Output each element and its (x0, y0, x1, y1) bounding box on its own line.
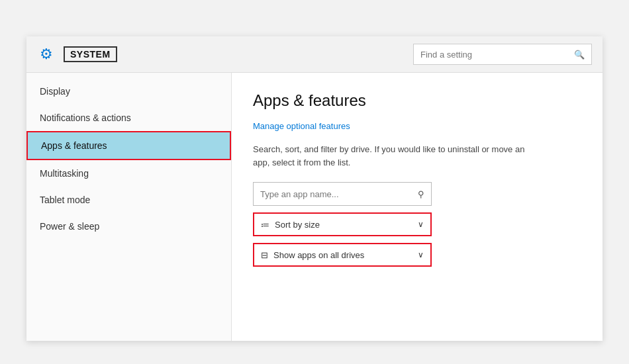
sidebar: Display Notifications & actions Apps & f… (26, 73, 232, 341)
sort-dropdown-left: ≔ Sort by size (261, 220, 320, 230)
sidebar-item-tablet-mode[interactable]: Tablet mode (26, 187, 231, 213)
settings-window: ⚙ SYSTEM 🔍 Display Notifications & actio… (26, 36, 603, 341)
find-setting-search[interactable]: 🔍 (413, 44, 592, 65)
manage-optional-features-link[interactable]: Manage optional features (253, 121, 350, 131)
system-title: SYSTEM (64, 46, 117, 62)
sort-icon: ≔ (261, 220, 269, 230)
drive-label: Show apps on all drives (273, 250, 364, 260)
drive-chevron-icon: ∨ (418, 250, 424, 259)
find-setting-input[interactable] (420, 50, 569, 60)
sidebar-item-notifications[interactable]: Notifications & actions (26, 105, 231, 131)
page-title: Apps & features (253, 91, 581, 110)
drive-dropdown-left: ⊟ Show apps on all drives (261, 250, 364, 260)
header-bar: ⚙ SYSTEM 🔍 (26, 36, 603, 73)
app-search-icon: ⚲ (418, 189, 424, 199)
show-apps-drives-dropdown[interactable]: ⊟ Show apps on all drives ∨ (253, 243, 432, 267)
search-icon: 🔍 (574, 50, 585, 60)
sort-by-size-dropdown[interactable]: ≔ Sort by size ∨ (253, 212, 432, 236)
sidebar-item-multitasking[interactable]: Multitasking (26, 160, 231, 187)
sort-label: Sort by size (275, 220, 320, 230)
sidebar-item-apps-features[interactable]: Apps & features (26, 131, 231, 160)
sort-chevron-icon: ∨ (418, 220, 424, 229)
app-search-box[interactable]: ⚲ (253, 182, 432, 206)
body: Display Notifications & actions Apps & f… (26, 73, 603, 341)
sidebar-item-display[interactable]: Display (26, 78, 231, 105)
sidebar-item-power-sleep[interactable]: Power & sleep (26, 213, 231, 240)
app-name-input[interactable] (260, 189, 418, 199)
content-area: Apps & features Manage optional features… (232, 73, 603, 341)
gear-icon: ⚙ (37, 45, 56, 64)
description-text: Search, sort, and filter by drive. If yo… (253, 143, 531, 169)
drive-icon: ⊟ (261, 250, 268, 260)
